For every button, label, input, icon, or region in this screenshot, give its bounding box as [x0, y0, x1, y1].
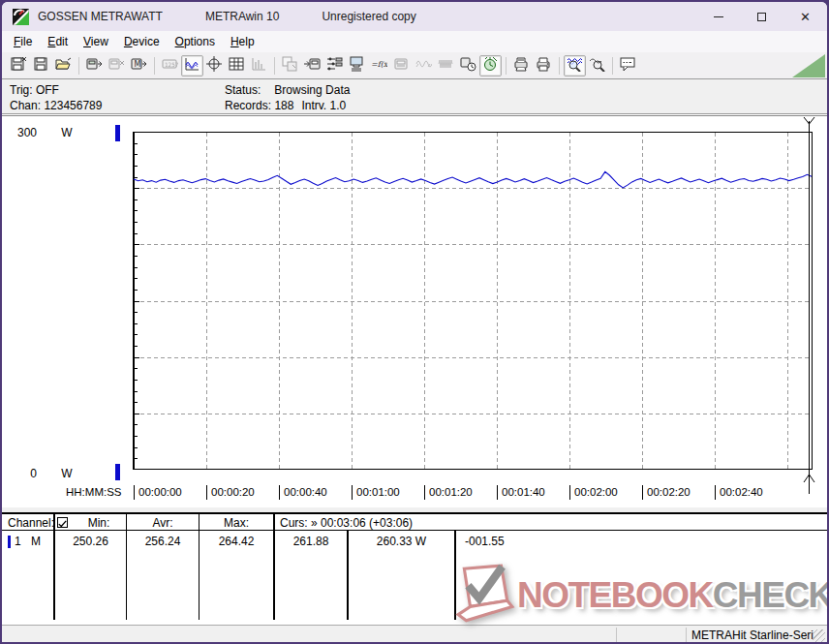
device-memory-icon: M [131, 56, 147, 76]
min-column-header[interactable]: Min: [72, 516, 126, 530]
power-trace [134, 171, 812, 188]
export-device-icon [304, 56, 321, 76]
cursor-handle-top-icon[interactable] [803, 117, 815, 130]
trig-label: Trig: [10, 83, 33, 97]
plot-area[interactable] [133, 132, 813, 470]
measurement-cursor[interactable] [809, 121, 810, 494]
menu-item-help[interactable]: Help [223, 33, 262, 50]
y-unit-top: W [61, 126, 72, 139]
cursor-column-header: Curs: » 00:03:06 (+03:06) [280, 516, 413, 530]
toolbar-separator [559, 57, 560, 75]
menu-item-file[interactable]: File [6, 33, 40, 50]
channel-marker-top [115, 125, 120, 141]
plot-svg [133, 132, 813, 470]
toolbar-corner-triangle-icon [792, 54, 825, 77]
chart-view-button[interactable] [181, 55, 203, 77]
copy-view-button [279, 55, 301, 77]
y-axis-min-label: 0 W [8, 467, 73, 480]
notebookcheck-laptop-icon [453, 564, 517, 626]
max-column-header[interactable]: Max: [200, 516, 273, 530]
license-status-title: Unregistered copy [322, 10, 415, 23]
toolbar-separator [154, 57, 155, 75]
app-logo-icon [13, 9, 29, 25]
crosshair-cursor-button[interactable] [203, 55, 226, 77]
menu-item-options[interactable]: Options [168, 33, 223, 50]
cursor-handle-bottom-icon[interactable] [803, 471, 815, 483]
x-tick-label: 00:01:00 [352, 485, 400, 500]
device-panel-button [390, 55, 413, 77]
comment-icon [620, 56, 636, 76]
table-view-button[interactable] [226, 55, 248, 77]
menu-bar: FileEditViewDeviceOptionsHelp [2, 31, 827, 52]
status-label: Status: [225, 83, 261, 97]
print-button[interactable] [533, 55, 555, 77]
app-vendor-title: GOSSEN METRAWATT [38, 10, 163, 23]
wave-multi-button [435, 55, 457, 77]
save-button[interactable] [30, 55, 52, 77]
table-view-icon [229, 56, 245, 76]
maximize-button[interactable] [740, 2, 783, 31]
avr-column-header[interactable]: Avr: [127, 516, 199, 530]
device-disconnect-icon [108, 56, 125, 76]
print-icon [536, 56, 552, 76]
export-device-button[interactable] [301, 55, 323, 77]
wave-single-icon [415, 56, 432, 76]
device-read-button[interactable] [83, 55, 106, 77]
y-unit-bottom: W [61, 467, 72, 480]
check-icon [58, 520, 67, 529]
records-value: 188 [274, 99, 293, 112]
minimize-button[interactable] [696, 2, 740, 31]
channel-visibility-checkbox[interactable] [57, 517, 68, 528]
minimize-icon [714, 16, 723, 17]
device-memory-button[interactable]: M [128, 55, 150, 77]
histogram-view-button [248, 55, 270, 77]
formula-button[interactable]: =f(x) [368, 55, 390, 77]
zoom-curve-icon [589, 56, 605, 76]
interval-label: Intrv. [301, 99, 326, 112]
open-folder-button[interactable] [52, 55, 75, 77]
wave-multi-icon [438, 56, 454, 76]
trig-value: OFF [36, 83, 59, 97]
device-panel-icon [393, 56, 410, 76]
save-as-icon [11, 56, 27, 76]
toolbar: M1257=f(x) [2, 52, 827, 78]
time-settings-button[interactable] [457, 55, 479, 77]
resize-grip[interactable] [813, 629, 825, 642]
alarm-timer-button[interactable] [479, 55, 502, 77]
menu-item-edit[interactable]: Edit [40, 33, 76, 50]
time-settings-icon [460, 56, 476, 76]
save-as-button[interactable] [8, 55, 30, 77]
x-tick-label: 00:00:20 [206, 485, 255, 500]
channel-color-bar [8, 536, 11, 548]
min-value: 250.26 [55, 535, 126, 548]
cursor-value-c: -001.55 [465, 535, 505, 548]
y-max-value: 300 [8, 126, 37, 139]
app-name-title: METRAwin 10 [205, 10, 279, 23]
close-button[interactable]: ✕ [783, 2, 827, 31]
svg-text:1257: 1257 [165, 60, 178, 67]
zoom-time-button[interactable] [564, 55, 586, 77]
channel-config-button[interactable] [323, 55, 346, 77]
maximize-icon [757, 13, 766, 21]
close-icon: ✕ [800, 11, 811, 23]
menu-item-device[interactable]: Device [116, 33, 168, 50]
records-label: Records: [225, 99, 271, 112]
print-preview-button[interactable] [510, 55, 533, 77]
cursor-value-a: 261.88 [275, 535, 347, 548]
x-tick-label: 00:02:20 [642, 485, 691, 500]
menu-item-view[interactable]: View [76, 33, 116, 50]
channel-marker-bottom [115, 464, 120, 480]
device-disconnect-button [106, 55, 128, 77]
table-gridline [53, 514, 55, 620]
channel-column-header: Channel: [8, 516, 54, 530]
comment-button[interactable] [617, 55, 639, 77]
x-axis-labels: HH:MM:SS 00:00:0000:00:2000:00:4000:01:0… [2, 485, 827, 501]
formula-icon: =f(x) [371, 56, 387, 76]
cursor-value-b: 260.33 W [349, 535, 454, 548]
chan-label: Chan: [10, 99, 41, 112]
numeric-display-button: 1257 [159, 55, 181, 77]
monitor-config-button[interactable] [346, 55, 368, 77]
status-records-info: Status:Browsing Data Records: 188Intrv. … [225, 82, 350, 113]
interval-value: 1.0 [330, 99, 347, 112]
zoom-curve-button[interactable] [586, 55, 608, 77]
